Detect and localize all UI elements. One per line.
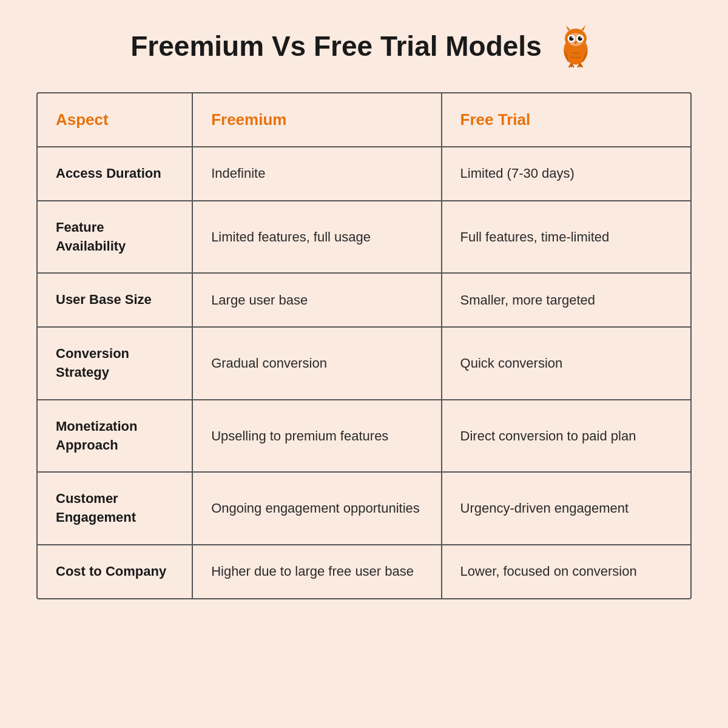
cell-freetrial-1: Full features, time-limited [442, 201, 690, 274]
table-row: Cost to CompanyHigher due to large free … [38, 545, 690, 598]
cell-freemium-2: Large user base [192, 273, 441, 327]
header-freemium: Freemium [192, 93, 441, 147]
cell-freetrial-5: Urgency-driven engagement [442, 472, 690, 545]
header-free-trial: Free Trial [442, 93, 690, 147]
comparison-table: Aspect Freemium Free Trial Access Durati… [38, 93, 690, 598]
cell-aspect-1: Feature Availability [38, 201, 192, 274]
table-row: Feature AvailabilityLimited features, fu… [38, 201, 690, 274]
cell-freetrial-2: Smaller, more targeted [442, 273, 690, 327]
cell-freemium-6: Higher due to large free user base [192, 545, 441, 598]
cell-freetrial-6: Lower, focused on conversion [442, 545, 690, 598]
cell-freemium-3: Gradual conversion [192, 327, 441, 400]
cell-aspect-3: Conversion Strategy [38, 327, 192, 400]
cell-aspect-5: Customer Engagement [38, 472, 192, 545]
table-header-row: Aspect Freemium Free Trial [38, 93, 690, 147]
svg-marker-2 [566, 25, 570, 31]
header-aspect: Aspect [38, 93, 192, 147]
cell-aspect-4: Monetization Approach [38, 400, 192, 473]
page-header: Freemium Vs Free Trial Models [36, 24, 692, 68]
cell-aspect-2: User Base Size [38, 273, 192, 327]
comparison-table-container: Aspect Freemium Free Trial Access Durati… [36, 92, 692, 599]
table-row: Monetization ApproachUpselling to premiu… [38, 400, 690, 473]
cell-freemium-1: Limited features, full usage [192, 201, 441, 274]
cell-freetrial-3: Quick conversion [442, 327, 690, 400]
svg-marker-3 [581, 25, 585, 31]
table-row: Customer EngagementOngoing engagement op… [38, 472, 690, 545]
cell-freetrial-0: Limited (7-30 days) [442, 147, 690, 201]
svg-point-9 [571, 36, 573, 38]
table-row: User Base SizeLarge user baseSmaller, mo… [38, 273, 690, 327]
cell-freetrial-4: Direct conversion to paid plan [442, 400, 690, 473]
cell-freemium-4: Upselling to premium features [192, 400, 441, 473]
table-row: Access DurationIndefiniteLimited (7-30 d… [38, 147, 690, 201]
page-title: Freemium Vs Free Trial Models [130, 30, 541, 62]
owl-icon [554, 24, 598, 68]
cell-freemium-5: Ongoing engagement opportunities [192, 472, 441, 545]
cell-aspect-0: Access Duration [38, 147, 192, 201]
svg-point-10 [580, 36, 582, 38]
cell-aspect-6: Cost to Company [38, 545, 192, 598]
cell-freemium-0: Indefinite [192, 147, 441, 201]
table-row: Conversion StrategyGradual conversionQui… [38, 327, 690, 400]
